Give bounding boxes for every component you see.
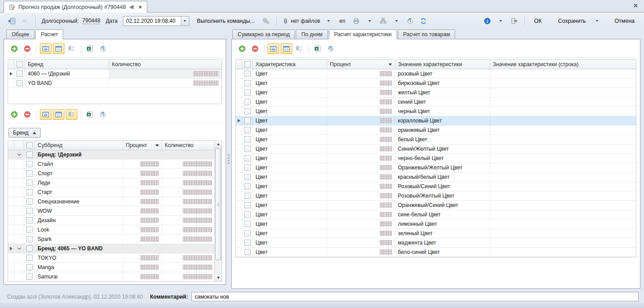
fit-columns-button[interactable] bbox=[40, 109, 51, 120]
left-tab[interactable]: Общее bbox=[6, 30, 34, 39]
cell-value-string[interactable] bbox=[490, 248, 636, 257]
cell-subbrand[interactable]: Стайл bbox=[35, 160, 123, 169]
cell-characteristic[interactable]: Цвет bbox=[253, 219, 327, 228]
language-label[interactable]: en bbox=[339, 18, 345, 24]
column-header-value-string[interactable]: Значение характеристики (строка) bbox=[490, 60, 636, 69]
date-dropdown-button[interactable] bbox=[181, 17, 189, 25]
table-row[interactable]: Samurai bbox=[8, 272, 215, 282]
group-expand-cell[interactable] bbox=[14, 160, 24, 169]
cell-value-string[interactable] bbox=[490, 229, 636, 238]
cell-value-string[interactable] bbox=[490, 126, 636, 135]
row-checkbox[interactable] bbox=[242, 210, 253, 219]
cell-value[interactable]: зеленый Цвет bbox=[395, 229, 490, 238]
column-header-quantity[interactable]: Количество bbox=[162, 141, 215, 150]
cell-subbrand[interactable]: Спецназначение bbox=[35, 197, 123, 206]
cell-quantity[interactable] bbox=[162, 160, 215, 169]
cell-value-string[interactable] bbox=[490, 79, 636, 88]
cell-characteristic[interactable]: Цвет bbox=[253, 126, 327, 135]
cell-characteristic[interactable]: Цвет bbox=[253, 97, 327, 106]
row-checkbox[interactable] bbox=[242, 238, 253, 247]
cell-percent[interactable] bbox=[327, 69, 395, 78]
scrollbar-thumb[interactable] bbox=[215, 148, 221, 260]
cell-quantity[interactable] bbox=[162, 216, 215, 225]
cell-percent[interactable] bbox=[327, 229, 395, 238]
cell-percent[interactable] bbox=[123, 197, 162, 206]
cell-value-string[interactable] bbox=[490, 219, 636, 228]
row-checkbox[interactable] bbox=[242, 88, 253, 97]
comment-input[interactable] bbox=[192, 292, 639, 301]
cell-subbrand[interactable]: Look bbox=[35, 225, 123, 234]
cell-characteristic[interactable]: Цвет bbox=[253, 154, 327, 163]
column-header-value[interactable]: Значение характеристики bbox=[395, 60, 490, 69]
cell-value-string[interactable] bbox=[490, 163, 636, 172]
info-button[interactable] bbox=[481, 16, 494, 26]
cell-value-string[interactable] bbox=[490, 238, 636, 247]
cell-percent[interactable] bbox=[327, 210, 395, 219]
cell-value-string[interactable] bbox=[490, 210, 636, 219]
cell-percent[interactable] bbox=[327, 88, 395, 97]
row-checkbox[interactable] bbox=[24, 216, 35, 225]
cell-characteristic[interactable]: Цвет bbox=[253, 248, 327, 257]
row-checkbox[interactable] bbox=[242, 107, 253, 116]
cell-percent[interactable] bbox=[327, 248, 395, 257]
attachments-dropdown-button[interactable] bbox=[322, 16, 335, 26]
cell-quantity[interactable] bbox=[162, 235, 215, 244]
table-row[interactable]: Бренд: !Дерзкий bbox=[8, 150, 215, 160]
group-expand-cell[interactable] bbox=[14, 253, 24, 262]
cell-quantity[interactable] bbox=[162, 197, 215, 206]
refresh-button[interactable] bbox=[417, 16, 430, 26]
row-checkbox[interactable] bbox=[24, 169, 35, 178]
cell-value[interactable]: оранжевый Цвет bbox=[395, 126, 490, 135]
scroll-up-button[interactable] bbox=[215, 141, 222, 148]
cell-value[interactable]: белый Цвет bbox=[395, 135, 490, 144]
table-row[interactable]: Цвет розовый Цвет bbox=[236, 69, 636, 79]
table-row[interactable]: Цвет Розовый/Желтый Цвет bbox=[236, 191, 636, 201]
cell-percent[interactable] bbox=[123, 263, 162, 272]
cell-quantity[interactable] bbox=[109, 79, 222, 88]
cell-quantity[interactable] bbox=[162, 178, 215, 187]
row-checkbox[interactable] bbox=[24, 160, 35, 169]
doc-number-link[interactable]: 790448 bbox=[82, 17, 100, 24]
cell-percent[interactable] bbox=[327, 107, 395, 116]
table-row[interactable]: Старт bbox=[8, 188, 215, 197]
fit-columns-button[interactable] bbox=[40, 43, 51, 54]
row-checkbox[interactable] bbox=[24, 244, 35, 253]
group-expand-cell[interactable] bbox=[14, 178, 24, 187]
grid-history-button[interactable] bbox=[325, 43, 337, 54]
cell-percent[interactable] bbox=[327, 201, 395, 210]
cell-value[interactable]: черно-белый Цвет bbox=[395, 154, 490, 163]
commands-settings-button[interactable] bbox=[260, 16, 272, 26]
export-excel-button[interactable] bbox=[84, 43, 96, 54]
cell-subbrand[interactable]: Старт bbox=[35, 188, 123, 197]
cell-subbrand[interactable]: Spark bbox=[35, 235, 123, 244]
cell-characteristic[interactable]: Цвет bbox=[253, 201, 327, 210]
table-row[interactable]: Цвет желтый Цвет bbox=[236, 88, 636, 97]
right-tab[interactable]: Расчет характеристики bbox=[329, 30, 397, 39]
cell-value-string[interactable] bbox=[490, 97, 636, 106]
group-expand-cell[interactable] bbox=[14, 225, 24, 234]
cell-characteristic[interactable]: Цвет bbox=[253, 88, 327, 97]
row-checkbox[interactable] bbox=[242, 173, 253, 181]
cell-quantity[interactable] bbox=[162, 272, 215, 281]
table-row[interactable]: Бренд: 4065 — YO BAND bbox=[8, 244, 215, 253]
export-excel-button[interactable] bbox=[312, 43, 324, 54]
row-checkbox[interactable] bbox=[242, 69, 253, 78]
table-row[interactable]: Спорт bbox=[8, 169, 215, 178]
group-expand-cell[interactable] bbox=[14, 244, 24, 253]
cell-percent[interactable] bbox=[327, 173, 395, 181]
cell-characteristic[interactable]: Цвет bbox=[253, 238, 327, 247]
cell-percent[interactable] bbox=[123, 272, 162, 281]
cell-percent[interactable] bbox=[123, 235, 162, 244]
row-checkbox[interactable] bbox=[242, 97, 253, 106]
save-dropdown-button[interactable] bbox=[591, 16, 603, 26]
row-checkbox[interactable] bbox=[242, 229, 253, 238]
table-row[interactable]: Цвет Оранжевый/Синий Цвет bbox=[236, 201, 636, 210]
cell-percent[interactable] bbox=[123, 225, 162, 234]
ok-button[interactable]: ОК bbox=[529, 16, 547, 26]
back-button[interactable] bbox=[19, 16, 31, 26]
grid-view-button[interactable] bbox=[53, 43, 64, 54]
tab-close-icon[interactable]: × bbox=[138, 4, 142, 10]
add-row-button[interactable] bbox=[9, 109, 20, 120]
structure-dropdown-button[interactable] bbox=[390, 16, 403, 26]
table-row[interactable]: Spark bbox=[8, 235, 215, 244]
